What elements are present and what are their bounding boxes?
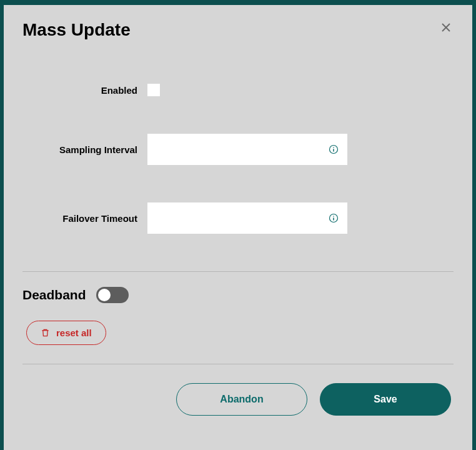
abandon-button[interactable]: Abandon: [176, 383, 307, 416]
failover-timeout-input[interactable]: [147, 202, 347, 234]
failover-timeout-row: Failover Timeout: [22, 202, 454, 234]
failover-timeout-info-button[interactable]: [327, 212, 340, 224]
deadband-label: Deadband: [22, 288, 86, 302]
sampling-interval-input[interactable]: [147, 134, 347, 165]
deadband-section: Deadband: [4, 272, 472, 303]
reset-all-label: reset all: [56, 328, 92, 338]
sampling-interval-row: Sampling Interval: [22, 134, 454, 165]
reset-row: reset all: [4, 303, 472, 345]
modal-footer: Abandon Save: [4, 364, 472, 431]
svg-point-3: [333, 147, 334, 148]
deadband-toggle[interactable]: [96, 287, 129, 303]
svg-point-6: [333, 216, 334, 217]
form-body: Enabled Sampling Interval Failover Timeo…: [4, 84, 472, 234]
info-icon: [329, 213, 339, 223]
enabled-checkbox[interactable]: [147, 84, 160, 96]
failover-timeout-input-wrap: [147, 202, 347, 234]
info-icon: [329, 144, 339, 154]
close-button[interactable]: [439, 20, 454, 35]
sampling-interval-info-button[interactable]: [327, 143, 340, 156]
sampling-interval-input-wrap: [147, 134, 347, 165]
mass-update-modal: Mass Update Enabled Sampling Interval: [4, 5, 472, 450]
enabled-row: Enabled: [22, 84, 454, 96]
trash-icon: [41, 328, 50, 338]
failover-timeout-label: Failover Timeout: [22, 213, 147, 224]
enabled-label: Enabled: [22, 85, 147, 96]
toggle-knob: [98, 289, 111, 301]
save-button[interactable]: Save: [320, 383, 451, 416]
close-icon: [441, 22, 451, 32]
sampling-interval-label: Sampling Interval: [22, 144, 147, 155]
modal-title: Mass Update: [22, 20, 131, 40]
reset-all-button[interactable]: reset all: [26, 321, 106, 345]
modal-header: Mass Update: [4, 5, 472, 46]
